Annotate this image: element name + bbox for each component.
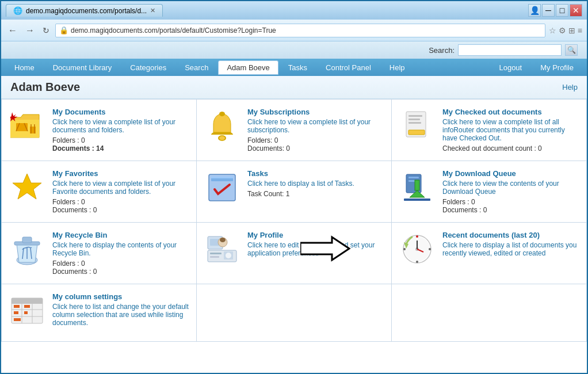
- url-bar[interactable]: 🔒 demo.magiqdocuments.com/portals/defaul…: [55, 24, 545, 37]
- empty-cell-1: [197, 284, 392, 342]
- tab-my-profile[interactable]: My Profile: [532, 60, 582, 75]
- download-queue-title[interactable]: My Download Queue: [442, 169, 579, 178]
- svg-point-46: [416, 235, 418, 238]
- favorites-title[interactable]: My Favorites: [52, 169, 189, 178]
- arrow-indicator: [300, 234, 352, 265]
- svg-point-10: [219, 112, 225, 116]
- tasks-count: Task Count: 1: [247, 190, 384, 198]
- title-bar: 🌐 demo.magiqdocuments.com/portals/d... ✕…: [1, 1, 587, 20]
- window-controls: 👤 ─ □ ✕: [528, 4, 582, 17]
- search-input[interactable]: [458, 44, 562, 56]
- tab-search[interactable]: Search: [176, 60, 217, 75]
- maximize-button[interactable]: □: [556, 4, 568, 17]
- svg-rect-30: [22, 237, 32, 243]
- svg-rect-33: [210, 253, 222, 254]
- column-settings-title[interactable]: My column settings: [52, 292, 189, 301]
- svg-rect-16: [408, 130, 425, 135]
- tab-categories[interactable]: Categories: [121, 60, 175, 75]
- bell-icon: [204, 108, 240, 144]
- empty-cell-2: [392, 284, 587, 342]
- nav-tabs: Home Document Library Categories Search …: [1, 59, 587, 76]
- recycle-bin-title[interactable]: My Recycle Bin: [52, 231, 189, 239]
- settings-icon[interactable]: ⚙: [559, 26, 566, 35]
- cell-content-recent-docs: Recent documents (last 20) Click here to…: [442, 231, 579, 259]
- svg-rect-27: [404, 199, 430, 201]
- subscriptions-title[interactable]: My Subscriptions: [247, 108, 384, 116]
- download-queue-desc: Click here to view the contents of your …: [442, 180, 579, 196]
- tab-adam-boeve[interactable]: Adam Boeve: [218, 60, 278, 75]
- dashboard-grid: My Documents Click here to view a comple…: [1, 99, 587, 342]
- svg-rect-34: [210, 256, 219, 258]
- svg-rect-13: [408, 115, 422, 117]
- recycle-bin-folders: Folders : 0: [52, 259, 189, 268]
- my-documents-desc: Click here to view a complete list of yo…: [52, 118, 189, 134]
- menu-icon[interactable]: ≡: [578, 26, 582, 35]
- cell-content-subscriptions: My Subscriptions Click here to view a co…: [247, 108, 384, 152]
- cell-my-documents: My Documents Click here to view a comple…: [2, 100, 197, 161]
- download-queue-folders: Folders : 0: [442, 198, 579, 206]
- tab-icon: 🌐: [13, 6, 22, 15]
- cell-my-subscriptions: My Subscriptions Click here to view a co…: [197, 100, 392, 161]
- forward-button[interactable]: →: [23, 24, 37, 37]
- tab-home[interactable]: Home: [6, 60, 43, 75]
- page-header: Adam Boeve Help: [1, 76, 587, 99]
- close-button[interactable]: ✕: [570, 4, 582, 17]
- browser-tab[interactable]: 🌐 demo.magiqdocuments.com/portals/d... ✕: [6, 4, 163, 17]
- star-icon[interactable]: ☆: [549, 26, 556, 35]
- recent-docs-title[interactable]: Recent documents (last 20): [442, 231, 579, 239]
- svg-rect-15: [408, 122, 421, 124]
- subscriptions-folders: Folders: 0: [247, 136, 384, 144]
- page-title: Adam Boeve: [10, 81, 80, 94]
- svg-point-49: [429, 248, 431, 250]
- tab-tasks[interactable]: Tasks: [280, 60, 316, 75]
- my-documents-folders: Folders : 0: [52, 136, 189, 144]
- subscriptions-desc: Click here to view a complete list of yo…: [247, 118, 384, 134]
- svg-rect-60: [24, 305, 30, 308]
- cell-content-my-documents: My Documents Click here to view a comple…: [52, 108, 189, 152]
- favorites-folders: Folders : 0: [52, 198, 189, 206]
- svg-rect-22: [408, 177, 419, 178]
- tasks-icon: [204, 169, 240, 206]
- tab-help[interactable]: Help: [381, 60, 414, 75]
- cell-download-queue: My Download Queue Click here to view the…: [392, 161, 587, 223]
- profile-icon: [204, 231, 240, 268]
- folder-icon: [9, 108, 45, 144]
- cell-content-column-settings: My column settings Click here to list an…: [52, 292, 189, 329]
- svg-point-47: [416, 261, 418, 263]
- cell-content-checked-out: My Checked out documents Click here to v…: [442, 108, 579, 152]
- recent-docs-desc: Click here to display a list of document…: [442, 241, 579, 257]
- column-settings-icon: [9, 292, 45, 329]
- reload-button[interactable]: ↻: [40, 25, 52, 36]
- address-bar: ← → ↻ 🔒 demo.magiqdocuments.com/portals/…: [1, 20, 587, 41]
- svg-point-11: [219, 136, 225, 140]
- user-icon-btn[interactable]: 👤: [528, 4, 541, 17]
- tasks-title[interactable]: Tasks: [247, 169, 384, 178]
- back-button[interactable]: ←: [6, 24, 20, 37]
- search-go-button[interactable]: 🔍: [565, 44, 578, 56]
- svg-point-48: [403, 248, 406, 250]
- minimize-button[interactable]: ─: [542, 4, 555, 17]
- help-link[interactable]: Help: [562, 83, 578, 91]
- cell-tasks: Tasks Click here to display a list of Ta…: [197, 161, 392, 223]
- favorites-desc: Click here to view a complete list of yo…: [52, 180, 189, 196]
- cell-favorites: My Favorites Click here to view a comple…: [2, 161, 197, 223]
- my-documents-title[interactable]: My Documents: [52, 108, 189, 116]
- tab-logout[interactable]: Logout: [490, 60, 530, 75]
- title-bar-left: 🌐 demo.magiqdocuments.com/portals/d... ✕: [6, 4, 163, 17]
- cell-recent-docs: Recent documents (last 20) Click here to…: [392, 223, 587, 284]
- tab-control-panel[interactable]: Control Panel: [317, 60, 380, 75]
- favorites-docs: Documents : 0: [52, 206, 189, 214]
- svg-point-36: [226, 253, 231, 258]
- svg-rect-14: [408, 119, 420, 120]
- window-frame: 🌐 demo.magiqdocuments.com/portals/d... ✕…: [0, 0, 588, 374]
- tab-close-btn[interactable]: ✕: [150, 7, 155, 14]
- checked-out-title[interactable]: My Checked out documents: [442, 108, 579, 116]
- tab-document-library[interactable]: Document Library: [44, 60, 121, 75]
- cell-content-tasks: Tasks Click here to display a list of Ta…: [247, 169, 384, 198]
- search-label: Search:: [429, 46, 455, 55]
- screen-icon[interactable]: ⊞: [568, 26, 575, 35]
- svg-rect-52: [12, 298, 43, 304]
- svg-rect-26: [415, 180, 419, 190]
- cell-checked-out: My Checked out documents Click here to v…: [392, 100, 587, 161]
- svg-rect-20: [211, 177, 233, 178]
